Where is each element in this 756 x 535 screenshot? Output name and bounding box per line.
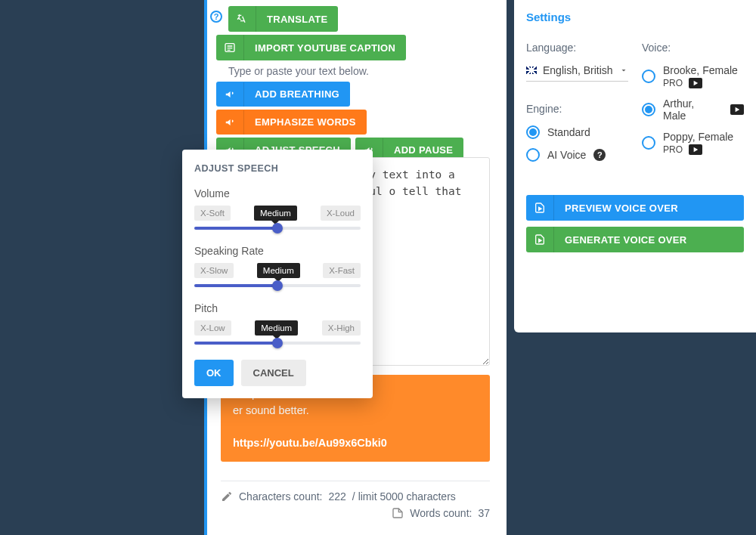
import-icon xyxy=(216,35,244,60)
play-icon[interactable] xyxy=(689,78,702,88)
volume-label: Volume xyxy=(194,187,361,199)
chars-value: 222 xyxy=(329,490,346,503)
translate-button[interactable]: TRANSLATE xyxy=(228,6,338,32)
chars-suffix: / limit 5000 characters xyxy=(352,490,456,503)
marker-mid: Medium xyxy=(255,320,298,336)
language-value: English, British xyxy=(543,64,613,76)
preview-button[interactable]: PREVIEW VOICE OVER xyxy=(526,195,744,221)
import-caption-label: IMPORT YOUTUBE CAPTION xyxy=(244,36,406,60)
translate-label: TRANSLATE xyxy=(256,7,338,32)
marker-low: X-Soft xyxy=(194,206,231,221)
ok-button[interactable]: OK xyxy=(194,360,234,386)
words-value: 37 xyxy=(478,507,490,519)
tip-line2: er sound better. xyxy=(233,402,478,419)
language-dropdown[interactable]: English, British xyxy=(526,64,628,82)
radio-icon xyxy=(642,136,655,150)
radio-icon xyxy=(642,70,655,83)
cancel-button[interactable]: CANCEL xyxy=(241,360,306,386)
settings-title: Settings xyxy=(526,11,744,23)
engine-label: Engine: xyxy=(526,103,628,115)
volume-slider-group: Volume X-Soft Medium X-Loud xyxy=(194,187,361,230)
import-caption-button[interactable]: IMPORT YOUTUBE CAPTION xyxy=(216,35,406,60)
add-breathing-label: ADD BREATHING xyxy=(244,82,350,107)
settings-panel: Settings Language: English, British Engi… xyxy=(514,0,756,332)
voice-option-arthur[interactable]: Arthur, Male xyxy=(642,97,744,122)
radio-icon xyxy=(526,148,540,162)
translate-icon xyxy=(228,6,256,32)
language-label: Language: xyxy=(526,42,628,54)
rate-slider[interactable] xyxy=(194,284,361,287)
emphasize-label: EMPHASIZE WORDS xyxy=(244,110,367,135)
marker-mid: Medium xyxy=(254,206,297,221)
marker-high: X-Loud xyxy=(321,206,361,221)
pitch-slider-group: Pitch X-Low Medium X-High xyxy=(194,302,361,345)
radio-icon xyxy=(642,103,655,116)
uk-flag-icon xyxy=(526,66,537,74)
pitch-slider[interactable] xyxy=(194,342,361,345)
volume-slider[interactable] xyxy=(194,227,361,230)
engine-option-ai[interactable]: AI Voice ? xyxy=(526,148,628,162)
chevron-down-icon xyxy=(619,66,628,75)
footer: Characters count: 222 / limit 5000 chara… xyxy=(221,481,490,524)
megaphone-icon xyxy=(216,110,244,135)
help-icon[interactable]: ? xyxy=(210,11,222,23)
marker-low: X-Slow xyxy=(194,263,234,278)
engine-option-standard[interactable]: Standard xyxy=(526,125,628,139)
voice-option-poppy[interactable]: Poppy, Female PRO xyxy=(642,131,744,155)
words-label: Words count: xyxy=(410,507,472,519)
chars-label: Characters count: xyxy=(239,490,323,503)
marker-high: X-High xyxy=(322,320,361,336)
tip-link[interactable]: https://youtu.be/Au99x6Cbki0 xyxy=(233,434,478,451)
marker-high: X-Fast xyxy=(323,263,361,278)
emphasize-button[interactable]: EMPHASIZE WORDS xyxy=(216,110,367,135)
play-icon[interactable] xyxy=(730,104,744,115)
note-icon xyxy=(392,507,404,519)
help-icon[interactable]: ? xyxy=(593,149,606,161)
modal-title: ADJUST SPEECH xyxy=(194,163,361,174)
file-play-icon xyxy=(526,227,554,252)
marker-low: X-Low xyxy=(194,320,231,336)
file-play-icon xyxy=(526,195,554,221)
megaphone-icon xyxy=(216,82,244,107)
pencil-icon xyxy=(221,490,233,503)
rate-slider-group: Speaking Rate X-Slow Medium X-Fast xyxy=(194,245,361,287)
marker-mid: Medium xyxy=(257,263,300,278)
pitch-label: Pitch xyxy=(194,302,361,314)
generate-label: GENERATE VOICE OVER xyxy=(554,227,697,252)
radio-icon xyxy=(526,125,540,139)
rate-label: Speaking Rate xyxy=(194,245,361,257)
add-breathing-button[interactable]: ADD BREATHING xyxy=(216,82,350,107)
preview-label: PREVIEW VOICE OVER xyxy=(554,196,689,221)
generate-button[interactable]: GENERATE VOICE OVER xyxy=(526,227,744,252)
adjust-speech-modal: ADJUST SPEECH Volume X-Soft Medium X-Lou… xyxy=(182,150,373,398)
voice-option-brooke[interactable]: Brooke, Female PRO xyxy=(642,64,744,88)
hint-text: Type or paste your text below. xyxy=(228,65,507,77)
voice-label: Voice: xyxy=(642,42,744,54)
play-icon[interactable] xyxy=(689,144,702,155)
